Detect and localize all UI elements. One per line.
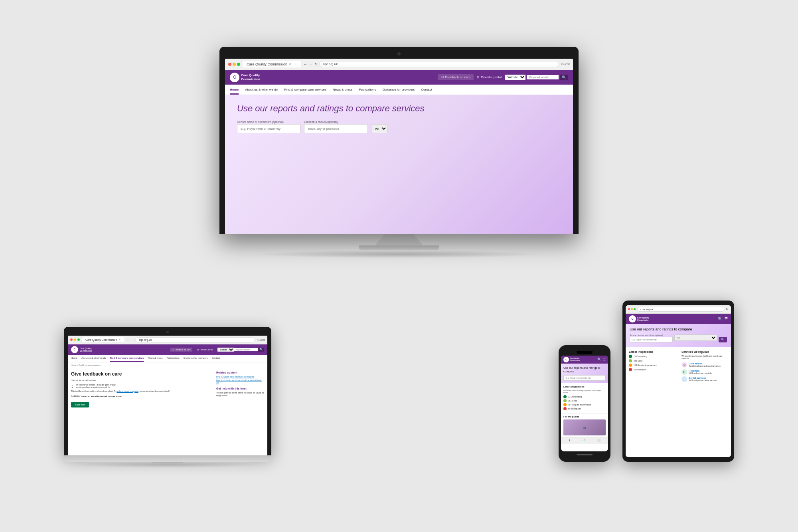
tablet-dot-yellow[interactable]: [631, 308, 633, 310]
monitor-base: [359, 245, 439, 250]
phone-image-placeholder: 📷: [583, 426, 586, 429]
portal-label: Provider portal: [481, 75, 502, 79]
monitor-search-input[interactable]: [527, 75, 559, 79]
tablet-menu-icon[interactable]: ☰: [725, 317, 728, 321]
monitor-stand: [375, 234, 423, 245]
laptop-intro-text: Use this form to tell us about:: [71, 379, 211, 382]
tablet-hero: Use our reports and ratings to compare S…: [626, 324, 731, 348]
tablet-screen: a.cqc.org.uk ↻ C Care QualityCommission …: [626, 305, 731, 457]
laptop-start-button[interactable]: Start now: [71, 402, 89, 407]
tablet-services-title: Services we regulate: [681, 350, 728, 353]
phone-logo-text: Care QualityCommission: [570, 358, 580, 362]
laptop-camera: [166, 331, 169, 333]
laptop-dot-red[interactable]: [70, 338, 73, 341]
laptop-guest-label: Guest: [257, 338, 265, 341]
laptop-cqc-logo[interactable]: C Care QualityCommission: [71, 346, 92, 353]
monitor-address-bar[interactable]: cqc.org.uk: [319, 61, 559, 67]
monitor-feedback-link[interactable]: ☑ Feedback on care: [438, 74, 474, 80]
tablet-search-icon[interactable]: 🔍: [718, 317, 722, 321]
tablet-service-field: Service name or specialism (optional): [630, 334, 673, 342]
laptop-nav-guidance[interactable]: Guidance for providers: [184, 355, 208, 362]
laptop-nav-about[interactable]: About us & what we do: [81, 355, 106, 362]
laptop-forward-icon[interactable]: →: [131, 338, 134, 342]
nav-about[interactable]: About us & what we do: [245, 85, 278, 95]
laptop-nav-home[interactable]: Home: [71, 355, 77, 362]
phone-bottom-bar: ⬆ 📑 ⬜: [561, 437, 608, 444]
phone-requires-dot: [563, 403, 567, 406]
laptop-feedback-link[interactable]: ☑ Feedback on care: [170, 348, 192, 352]
phone-home-indicator[interactable]: [577, 454, 593, 455]
phone-share-icon[interactable]: ⬆: [568, 439, 571, 442]
laptop-nav-contact[interactable]: Contact: [212, 355, 220, 362]
nav-home[interactable]: Home: [230, 85, 239, 95]
monitor-browser-tab[interactable]: Care Quality Commission ✕ +: [243, 61, 301, 67]
service-name-input[interactable]: [237, 124, 301, 133]
tablet-search-button[interactable]: 🔍: [719, 337, 727, 342]
monitor-cqc-nav: Home About us & what we do Find & compar…: [225, 85, 573, 95]
monitor-cqc-header: C Care QualityCommission ☑ Feedback on c…: [225, 70, 573, 85]
nav-contact[interactable]: Contact: [421, 85, 432, 95]
tablet-requires-dot: [629, 364, 632, 367]
phone-requires-item: 184 Require improvement: [563, 403, 606, 406]
phone-tabs-icon[interactable]: ⬜: [597, 439, 601, 442]
tablet-care-homes-desc: Residential care and nursing homes: [689, 365, 721, 367]
laptop-browser-tab[interactable]: Care Quality Commission ✕: [82, 337, 124, 342]
nav-guidance[interactable]: Guidance for providers: [382, 85, 415, 95]
laptop-browser: Care Quality Commission ✕ ← → cqc.org.uk…: [68, 336, 267, 455]
laptop-breadcrumb: Home > Find & compare services: [68, 362, 267, 368]
tablet-dental-text: Dental services NHS and private dental s…: [689, 377, 717, 382]
laptop-dot-yellow[interactable]: [74, 338, 76, 341]
refresh-icon[interactable]: ↻: [314, 62, 318, 66]
monitor-search-form: Service name or specialism (optional) Lo…: [237, 121, 561, 133]
search-scope-select[interactable]: Website: [505, 75, 525, 80]
url-text: cqc.org.uk: [323, 62, 338, 66]
laptop-nav-news[interactable]: News & press: [148, 355, 162, 362]
phone-bookmark-icon[interactable]: 📑: [582, 439, 586, 442]
tablet-browser-chrome: a.cqc.org.uk ↻: [626, 305, 731, 314]
nav-find[interactable]: Find & compare care services: [284, 85, 326, 95]
dot-yellow[interactable]: [233, 63, 236, 66]
tablet: a.cqc.org.uk ↻ C Care QualityCommission …: [622, 301, 734, 462]
monitor-cqc-logo[interactable]: C Care QualityCommission: [230, 73, 260, 82]
tablet-refresh-icon[interactable]: ↻: [726, 307, 729, 311]
phone-menu-icon[interactable]: ☰: [603, 358, 606, 361]
laptop-nav-find[interactable]: Find & compare care services: [110, 355, 144, 362]
forward-icon[interactable]: →: [309, 62, 313, 66]
tablet-dot-green[interactable]: [634, 308, 636, 310]
laptop-back-icon[interactable]: ←: [126, 338, 130, 342]
laptop-search-scope[interactable]: Website: [217, 348, 234, 352]
tab-close-icon[interactable]: ✕: [289, 62, 292, 66]
laptop-search-input[interactable]: [234, 348, 258, 351]
tablet-address-bar[interactable]: a.cqc.org.uk: [637, 307, 724, 312]
phone-search-input[interactable]: [563, 375, 606, 381]
tablet-logo-icon: C: [629, 315, 636, 322]
laptop-nav-publications[interactable]: Publications: [166, 355, 179, 362]
tablet-dot-red[interactable]: [628, 308, 630, 310]
laptop-dot-green[interactable]: [77, 338, 80, 341]
dot-red[interactable]: [228, 63, 231, 66]
phone-search-icon[interactable]: 🔍: [597, 358, 601, 361]
laptop-related-link-2[interactable]: How to complain about the use of the Men…: [216, 379, 264, 384]
tab-add-icon[interactable]: +: [295, 62, 297, 66]
location-input[interactable]: [304, 124, 368, 133]
monitor-search-button[interactable]: 🔍: [560, 75, 568, 80]
phone-hero: Use our reports and ratings to compare: [561, 364, 608, 383]
nav-publications[interactable]: Publications: [359, 85, 376, 95]
dot-green[interactable]: [237, 63, 240, 66]
back-icon[interactable]: ←: [303, 62, 307, 66]
phone-outstanding-item: 12 Outstanding: [563, 395, 606, 398]
complaint-link[interactable]: make a formal complaint: [117, 390, 138, 392]
laptop-related-link-1[interactable]: Find out which types of service we regul…: [216, 376, 264, 378]
tablet-filter-select[interactable]: All: [674, 334, 717, 341]
monitor-portal-link[interactable]: ⊞ Provider portal: [477, 75, 502, 79]
laptop-screen-container: Care Quality Commission ✕ ← → cqc.org.uk…: [64, 327, 271, 455]
laptop-address-bar[interactable]: cqc.org.uk: [135, 337, 255, 342]
nav-news[interactable]: News & press: [333, 85, 352, 95]
laptop-search-button[interactable]: 🔍: [258, 348, 264, 352]
laptop-tab-close[interactable]: ✕: [119, 338, 121, 341]
laptop-portal-link[interactable]: ⊞ Provider portal: [197, 348, 213, 351]
tablet-service-input[interactable]: [630, 337, 673, 342]
radius-select[interactable]: All: [371, 124, 387, 133]
tablet-outstanding-dot: [629, 355, 632, 358]
tablet-outstanding-label: 12 Outstanding: [634, 355, 647, 358]
